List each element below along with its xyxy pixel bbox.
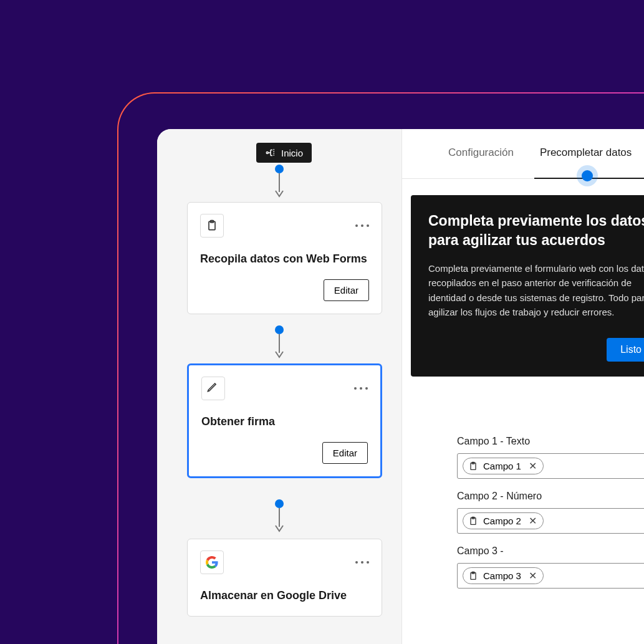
field-chip[interactable]: Campo 3 ✕: [463, 567, 544, 584]
coach-body: Completa previamente el formulario web c…: [428, 261, 644, 319]
field-chip-label: Campo 2: [483, 516, 521, 526]
field-group-2: Campo 2 - Número Campo 2 ✕: [402, 491, 644, 534]
start-chip[interactable]: Inicio: [256, 143, 312, 163]
workflow-panel: Inicio Recopila datos con Web Forms Edit…: [157, 129, 402, 644]
field-chip[interactable]: Campo 1 ✕: [463, 458, 544, 474]
field-chip-label: Campo 3: [483, 570, 521, 581]
step-menu-button[interactable]: [355, 224, 369, 227]
field-group-3: Campo 3 - Campo 3 ✕: [402, 545, 644, 589]
chip-remove-icon[interactable]: ✕: [529, 515, 537, 527]
connector-arrow: [275, 190, 284, 198]
coach-title: Completa previamente los datos para agil…: [428, 211, 644, 250]
connector-dot: [275, 325, 284, 334]
connector-line: [279, 508, 280, 527]
pen-icon: [201, 377, 225, 400]
connector-dot: [275, 499, 284, 508]
field-input[interactable]: Campo 3 ✕: [457, 563, 644, 589]
connector-arrow: [275, 525, 284, 532]
workflow-step-signature[interactable]: Obtener firma Editar: [187, 363, 382, 478]
edit-button[interactable]: Editar: [324, 279, 369, 301]
field-group-1: Campo 1 - Texto Campo 1 ✕: [402, 436, 644, 479]
google-icon: [200, 550, 224, 574]
tab-configuracion[interactable]: Configuración: [448, 147, 514, 178]
connector-line: [279, 173, 280, 192]
connector-dot: [275, 165, 284, 173]
workflow-step-googledrive[interactable]: Almacenar en Google Drive: [187, 539, 382, 617]
field-input[interactable]: Campo 1 ✕: [457, 453, 644, 479]
connector-line: [279, 334, 280, 353]
step-title: Obtener firma: [201, 414, 368, 430]
clipboard-icon: [468, 571, 478, 581]
field-chip-label: Campo 1: [483, 461, 521, 471]
edit-button[interactable]: Editar: [322, 442, 368, 464]
chip-remove-icon[interactable]: ✕: [529, 570, 537, 582]
workflow-start-icon: [265, 147, 276, 158]
coach-done-button[interactable]: Listo: [607, 338, 644, 362]
step-menu-button[interactable]: [355, 561, 369, 564]
clipboard-icon: [200, 214, 224, 238]
field-label: Campo 1 - Texto: [457, 436, 644, 447]
step-menu-button[interactable]: [354, 387, 368, 390]
field-label: Campo 2 - Número: [457, 491, 644, 502]
clipboard-icon: [468, 516, 478, 526]
chip-remove-icon[interactable]: ✕: [529, 460, 537, 472]
field-input[interactable]: Campo 2 ✕: [457, 508, 644, 534]
clipboard-icon: [468, 461, 478, 471]
connector-arrow: [275, 351, 284, 358]
coach-mark: Completa previamente los datos para agil…: [411, 195, 644, 377]
step-title: Recopila datos con Web Forms: [200, 251, 369, 267]
workflow-step-webforms[interactable]: Recopila datos con Web Forms Editar: [187, 202, 382, 314]
field-chip[interactable]: Campo 2 ✕: [463, 512, 544, 529]
field-label: Campo 3 -: [457, 545, 644, 557]
tabs: Configuración Precompletar datos: [402, 129, 644, 179]
start-chip-label: Inicio: [281, 148, 303, 158]
step-title: Almacenar en Google Drive: [200, 588, 369, 603]
tab-active-dot: [582, 170, 593, 181]
svg-point-0: [266, 152, 268, 154]
